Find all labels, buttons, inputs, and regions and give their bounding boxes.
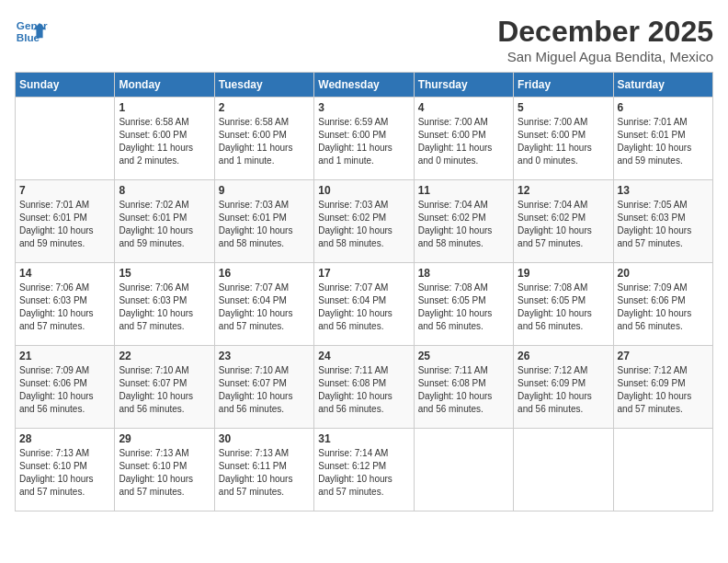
day-number: 24 bbox=[318, 350, 409, 362]
day-info: Sunrise: 7:03 AM Sunset: 6:01 PM Dayligh… bbox=[219, 199, 310, 250]
calendar-cell bbox=[16, 98, 115, 180]
calendar-cell: 30Sunrise: 7:13 AM Sunset: 6:11 PM Dayli… bbox=[214, 429, 313, 511]
weekday-friday: Friday bbox=[514, 73, 613, 98]
day-info: Sunrise: 7:11 AM Sunset: 6:08 PM Dayligh… bbox=[318, 364, 409, 416]
day-number: 10 bbox=[318, 184, 409, 197]
day-number: 13 bbox=[618, 184, 709, 197]
calendar-week-1: 1Sunrise: 6:58 AM Sunset: 6:00 PM Daylig… bbox=[16, 98, 713, 180]
calendar-cell: 4Sunrise: 7:00 AM Sunset: 6:00 PM Daylig… bbox=[414, 98, 513, 180]
day-info: Sunrise: 7:10 AM Sunset: 6:07 PM Dayligh… bbox=[119, 364, 210, 416]
day-info: Sunrise: 7:13 AM Sunset: 6:10 PM Dayligh… bbox=[19, 447, 110, 499]
day-info: Sunrise: 7:14 AM Sunset: 6:12 PM Dayligh… bbox=[318, 447, 409, 499]
day-number: 18 bbox=[418, 267, 509, 280]
day-number: 12 bbox=[518, 184, 609, 197]
day-info: Sunrise: 7:08 AM Sunset: 6:05 PM Dayligh… bbox=[418, 282, 509, 333]
calendar-cell: 18Sunrise: 7:08 AM Sunset: 6:05 PM Dayli… bbox=[414, 263, 513, 346]
day-number: 9 bbox=[219, 184, 310, 197]
logo: General Blue bbox=[15, 15, 48, 48]
calendar-cell: 2Sunrise: 6:58 AM Sunset: 6:00 PM Daylig… bbox=[214, 98, 313, 180]
day-number: 5 bbox=[518, 101, 609, 114]
day-number: 4 bbox=[418, 101, 509, 114]
day-number: 7 bbox=[19, 184, 110, 197]
day-number: 2 bbox=[219, 101, 310, 114]
calendar-cell bbox=[613, 429, 712, 511]
calendar-cell: 27Sunrise: 7:12 AM Sunset: 6:09 PM Dayli… bbox=[613, 346, 712, 429]
calendar-week-2: 7Sunrise: 7:01 AM Sunset: 6:01 PM Daylig… bbox=[16, 180, 713, 263]
weekday-saturday: Saturday bbox=[613, 73, 712, 98]
calendar-week-4: 21Sunrise: 7:09 AM Sunset: 6:06 PM Dayli… bbox=[16, 346, 713, 429]
calendar-cell bbox=[514, 429, 613, 511]
svg-text:General: General bbox=[17, 19, 48, 31]
calendar-cell: 16Sunrise: 7:07 AM Sunset: 6:04 PM Dayli… bbox=[214, 263, 313, 346]
day-info: Sunrise: 7:04 AM Sunset: 6:02 PM Dayligh… bbox=[418, 199, 509, 250]
day-info: Sunrise: 7:09 AM Sunset: 6:06 PM Dayligh… bbox=[618, 282, 709, 333]
calendar-cell: 26Sunrise: 7:12 AM Sunset: 6:09 PM Dayli… bbox=[514, 346, 613, 429]
calendar-week-5: 28Sunrise: 7:13 AM Sunset: 6:10 PM Dayli… bbox=[16, 429, 713, 511]
day-number: 26 bbox=[518, 350, 609, 362]
day-info: Sunrise: 7:01 AM Sunset: 6:01 PM Dayligh… bbox=[19, 199, 110, 250]
calendar-cell: 5Sunrise: 7:00 AM Sunset: 6:00 PM Daylig… bbox=[514, 98, 613, 180]
day-number: 17 bbox=[318, 267, 409, 280]
day-number: 23 bbox=[219, 350, 310, 362]
day-number: 22 bbox=[119, 350, 210, 362]
day-info: Sunrise: 7:01 AM Sunset: 6:01 PM Dayligh… bbox=[618, 116, 709, 167]
calendar-cell: 29Sunrise: 7:13 AM Sunset: 6:10 PM Dayli… bbox=[115, 429, 214, 511]
weekday-monday: Monday bbox=[115, 73, 214, 98]
day-number: 16 bbox=[219, 267, 310, 280]
calendar-cell: 21Sunrise: 7:09 AM Sunset: 6:06 PM Dayli… bbox=[16, 346, 115, 429]
day-info: Sunrise: 7:00 AM Sunset: 6:00 PM Dayligh… bbox=[518, 116, 609, 167]
calendar-cell: 13Sunrise: 7:05 AM Sunset: 6:03 PM Dayli… bbox=[613, 180, 712, 263]
day-info: Sunrise: 6:58 AM Sunset: 6:00 PM Dayligh… bbox=[119, 116, 210, 167]
day-number: 11 bbox=[418, 184, 509, 197]
day-info: Sunrise: 7:12 AM Sunset: 6:09 PM Dayligh… bbox=[518, 364, 609, 416]
day-number: 20 bbox=[618, 267, 709, 280]
calendar-cell: 19Sunrise: 7:08 AM Sunset: 6:05 PM Dayli… bbox=[514, 263, 613, 346]
weekday-header-row: SundayMondayTuesdayWednesdayThursdayFrid… bbox=[16, 73, 713, 98]
day-number: 31 bbox=[318, 432, 409, 445]
calendar-week-3: 14Sunrise: 7:06 AM Sunset: 6:03 PM Dayli… bbox=[16, 263, 713, 346]
calendar-cell: 31Sunrise: 7:14 AM Sunset: 6:12 PM Dayli… bbox=[314, 429, 414, 511]
day-info: Sunrise: 6:59 AM Sunset: 6:00 PM Dayligh… bbox=[318, 116, 409, 167]
calendar-cell: 10Sunrise: 7:03 AM Sunset: 6:02 PM Dayli… bbox=[314, 180, 414, 263]
day-number: 1 bbox=[119, 101, 210, 114]
day-number: 29 bbox=[119, 432, 210, 445]
calendar-cell: 9Sunrise: 7:03 AM Sunset: 6:01 PM Daylig… bbox=[214, 180, 313, 263]
day-info: Sunrise: 7:06 AM Sunset: 6:03 PM Dayligh… bbox=[19, 282, 110, 333]
day-number: 27 bbox=[618, 350, 709, 362]
weekday-thursday: Thursday bbox=[414, 73, 513, 98]
location-title: San Miguel Agua Bendita, Mexico bbox=[497, 49, 713, 64]
day-info: Sunrise: 7:06 AM Sunset: 6:03 PM Dayligh… bbox=[119, 282, 210, 333]
day-number: 14 bbox=[19, 267, 110, 280]
calendar-cell: 15Sunrise: 7:06 AM Sunset: 6:03 PM Dayli… bbox=[115, 263, 214, 346]
calendar-table: SundayMondayTuesdayWednesdayThursdayFrid… bbox=[15, 72, 713, 511]
day-info: Sunrise: 7:00 AM Sunset: 6:00 PM Dayligh… bbox=[418, 116, 509, 167]
day-info: Sunrise: 7:05 AM Sunset: 6:03 PM Dayligh… bbox=[618, 199, 709, 250]
calendar-cell: 7Sunrise: 7:01 AM Sunset: 6:01 PM Daylig… bbox=[16, 180, 115, 263]
day-info: Sunrise: 7:08 AM Sunset: 6:05 PM Dayligh… bbox=[518, 282, 609, 333]
calendar-cell: 8Sunrise: 7:02 AM Sunset: 6:01 PM Daylig… bbox=[115, 180, 214, 263]
calendar-cell bbox=[414, 429, 513, 511]
day-info: Sunrise: 7:13 AM Sunset: 6:11 PM Dayligh… bbox=[219, 447, 310, 499]
day-number: 15 bbox=[119, 267, 210, 280]
day-number: 3 bbox=[318, 101, 409, 114]
day-number: 28 bbox=[19, 432, 110, 445]
day-info: Sunrise: 7:13 AM Sunset: 6:10 PM Dayligh… bbox=[119, 447, 210, 499]
weekday-wednesday: Wednesday bbox=[314, 73, 414, 98]
day-info: Sunrise: 7:11 AM Sunset: 6:08 PM Dayligh… bbox=[418, 364, 509, 416]
day-number: 21 bbox=[19, 350, 110, 362]
weekday-tuesday: Tuesday bbox=[214, 73, 313, 98]
weekday-sunday: Sunday bbox=[16, 73, 115, 98]
day-info: Sunrise: 7:07 AM Sunset: 6:04 PM Dayligh… bbox=[219, 282, 310, 333]
day-number: 8 bbox=[119, 184, 210, 197]
calendar-cell: 23Sunrise: 7:10 AM Sunset: 6:07 PM Dayli… bbox=[214, 346, 313, 429]
page-header: General Blue December 2025 San Miguel Ag… bbox=[15, 15, 713, 64]
day-info: Sunrise: 7:04 AM Sunset: 6:02 PM Dayligh… bbox=[518, 199, 609, 250]
day-info: Sunrise: 7:03 AM Sunset: 6:02 PM Dayligh… bbox=[318, 199, 409, 250]
month-title: December 2025 bbox=[497, 15, 713, 49]
logo-icon: General Blue bbox=[15, 15, 48, 48]
calendar-cell: 3Sunrise: 6:59 AM Sunset: 6:00 PM Daylig… bbox=[314, 98, 414, 180]
calendar-cell: 17Sunrise: 7:07 AM Sunset: 6:04 PM Dayli… bbox=[314, 263, 414, 346]
day-info: Sunrise: 7:09 AM Sunset: 6:06 PM Dayligh… bbox=[19, 364, 110, 416]
calendar-cell: 22Sunrise: 7:10 AM Sunset: 6:07 PM Dayli… bbox=[115, 346, 214, 429]
calendar-cell: 24Sunrise: 7:11 AM Sunset: 6:08 PM Dayli… bbox=[314, 346, 414, 429]
